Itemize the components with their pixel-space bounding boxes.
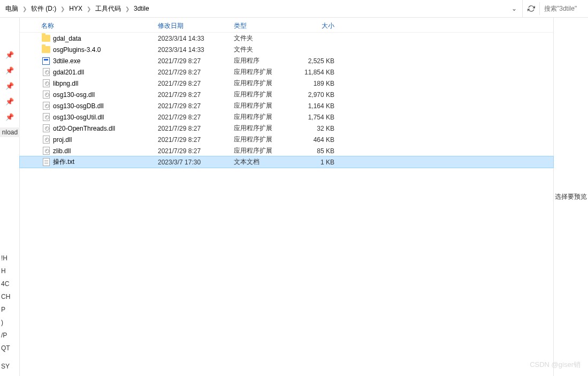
file-date: 2021/7/29 8:27: [158, 136, 234, 144]
column-date-header[interactable]: 修改日期: [158, 21, 234, 31]
chevron-right-icon[interactable]: ❯: [87, 6, 91, 12]
exe-icon: [41, 56, 51, 66]
search-input[interactable]: [544, 5, 588, 12]
search-box[interactable]: [540, 0, 588, 17]
file-name: proj.dll: [53, 136, 158, 144]
file-date: 2023/3/14 14:33: [158, 46, 234, 54]
file-date: 2023/3/7 17:30: [158, 159, 234, 166]
file-type: 应用程序扩展: [234, 90, 297, 99]
file-name: libpng.dll: [53, 80, 158, 87]
file-name: gdal_data: [53, 35, 158, 42]
file-size: 464 KB: [297, 136, 341, 144]
file-row[interactable]: osg130-osgUtil.dll2021/7/29 8:27应用程序扩展1,…: [20, 111, 553, 123]
folder-icon: [41, 34, 51, 43]
file-type: 应用程序扩展: [234, 79, 297, 88]
breadcrumb-item[interactable]: 3dtile: [132, 4, 151, 13]
file-row[interactable]: osgPlugins-3.4.02023/3/14 14:33文件夹: [20, 44, 553, 55]
pin-icon[interactable]: 📌: [5, 113, 14, 121]
breadcrumb-item[interactable]: 工具代码: [93, 3, 123, 14]
dll-icon: [41, 146, 51, 156]
file-size: 189 KB: [297, 80, 341, 87]
file-size: 1,164 KB: [297, 102, 341, 110]
file-date: 2021/7/29 8:27: [158, 91, 234, 99]
file-date: 2023/3/14 14:33: [158, 35, 234, 42]
watermark-text: CSDN @giser销: [530, 360, 581, 370]
file-date: 2021/7/29 8:27: [158, 114, 234, 121]
column-name-header[interactable]: 名称: [20, 21, 158, 31]
file-row[interactable]: osg130-osg.dll2021/7/29 8:27应用程序扩展2,970 …: [20, 89, 553, 100]
file-size: 11,854 KB: [297, 69, 341, 76]
preview-placeholder-text: 选择要预览: [555, 192, 587, 201]
column-size-header[interactable]: 大小: [297, 21, 341, 31]
sidebar-partial-item: SY: [1, 363, 10, 370]
file-type: 应用程序: [234, 56, 297, 65]
dll-icon: [41, 90, 51, 100]
file-name: zlib.dll: [53, 147, 158, 155]
file-name: 操作.txt: [53, 157, 158, 167]
file-row[interactable]: proj.dll2021/7/29 8:27应用程序扩展464 KB: [20, 134, 553, 145]
file-size: 32 KB: [297, 125, 341, 132]
file-date: 2021/7/29 8:27: [158, 125, 234, 132]
file-row[interactable]: 3dtile.exe2021/7/29 8:27应用程序2,525 KB: [20, 55, 553, 66]
file-row[interactable]: 操作.txt2023/3/7 17:30文本文档1 KB: [20, 156, 553, 168]
file-row[interactable]: zlib.dll2021/7/29 8:27应用程序扩展85 KB: [20, 145, 553, 156]
file-name: osgPlugins-3.4.0: [53, 46, 158, 54]
column-type-header[interactable]: 类型: [234, 21, 297, 31]
refresh-icon: [528, 5, 535, 12]
file-row[interactable]: libpng.dll2021/7/29 8:27应用程序扩展189 KB: [20, 78, 553, 89]
refresh-button[interactable]: [523, 2, 540, 15]
file-row[interactable]: osg130-osgDB.dll2021/7/29 8:27应用程序扩展1,16…: [20, 100, 553, 111]
file-size: 2,525 KB: [297, 57, 341, 65]
pin-icon[interactable]: 📌: [5, 97, 14, 106]
file-size: 1 KB: [297, 159, 341, 166]
dll-icon: [41, 135, 51, 145]
file-name: 3dtile.exe: [53, 57, 158, 65]
file-size: 85 KB: [297, 147, 341, 155]
file-type: 应用程序扩展: [234, 101, 297, 110]
file-date: 2021/7/29 8:27: [158, 69, 234, 76]
history-dropdown-button[interactable]: ⌄: [508, 2, 520, 15]
file-row[interactable]: ot20-OpenThreads.dll2021/7/29 8:27应用程序扩展…: [20, 123, 553, 134]
address-bar: 电脑 ❯ 软件 (D:) ❯ HYX ❯ 工具代码 ❯ 3dtile ⌄: [0, 0, 588, 18]
pin-icon[interactable]: 📌: [5, 66, 14, 74]
file-date: 2021/7/29 8:27: [158, 147, 234, 155]
file-row[interactable]: gdal201.dll2021/7/29 8:27应用程序扩展11,854 KB: [20, 66, 553, 78]
file-row[interactable]: gdal_data2023/3/14 14:33文件夹: [20, 33, 553, 44]
file-name: gdal201.dll: [53, 69, 158, 76]
file-type: 应用程序扩展: [234, 67, 297, 77]
chevron-right-icon[interactable]: ❯: [125, 6, 129, 12]
chevron-right-icon[interactable]: ❯: [60, 6, 65, 12]
file-name: osg130-osgUtil.dll: [53, 114, 158, 121]
sidebar-partial-item: /P: [1, 332, 7, 339]
folder-icon: [41, 45, 51, 55]
file-type: 应用程序扩展: [234, 124, 297, 133]
file-name: ot20-OpenThreads.dll: [53, 125, 158, 132]
file-type: 应用程序扩展: [234, 135, 297, 144]
column-headers: 名称 修改日期 类型 大小: [20, 18, 553, 33]
breadcrumb[interactable]: 电脑 ❯ 软件 (D:) ❯ HYX ❯ 工具代码 ❯ 3dtile ⌄: [0, 0, 523, 17]
pin-icon[interactable]: 📌: [5, 82, 14, 90]
sidebar-partial-item: QT: [1, 344, 10, 352]
file-type: 文件夹: [234, 34, 297, 43]
breadcrumb-item[interactable]: HYX: [67, 4, 85, 13]
chevron-right-icon[interactable]: ❯: [22, 6, 27, 12]
sidebar-partial-item: CH: [1, 293, 10, 300]
file-type: 应用程序扩展: [234, 146, 297, 155]
sidebar-bottom-labels: !HH4CCHP)/PQTSY: [0, 254, 20, 375]
dll-icon: [41, 124, 51, 133]
breadcrumb-item[interactable]: 软件 (D:): [29, 3, 58, 14]
txt-icon: [41, 157, 51, 167]
pin-icon[interactable]: 📌: [5, 51, 14, 59]
dll-icon: [41, 112, 51, 122]
sidebar-partial-label: nload: [0, 127, 20, 137]
sidebar-partial-item: 4C: [1, 280, 9, 288]
preview-panel: 选择要预览: [553, 18, 588, 376]
file-list-pane: 名称 修改日期 类型 大小 gdal_data2023/3/14 14:33文件…: [20, 18, 553, 376]
file-date: 2021/7/29 8:27: [158, 80, 234, 87]
file-size: 1,754 KB: [297, 114, 341, 121]
file-date: 2021/7/29 8:27: [158, 57, 234, 65]
file-size: 2,970 KB: [297, 91, 341, 99]
dll-icon: [41, 67, 51, 77]
file-type: 文本文档: [234, 157, 297, 167]
breadcrumb-item[interactable]: 电脑: [3, 3, 20, 14]
